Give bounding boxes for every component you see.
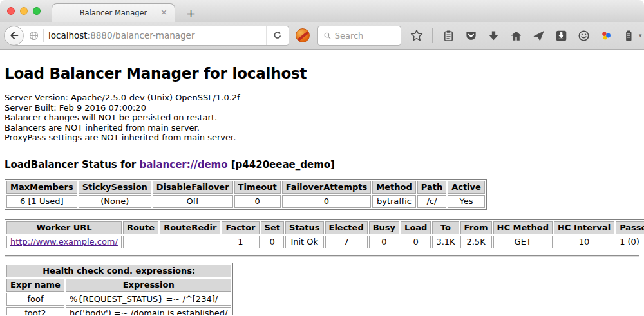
browser-window: Balancer Manager × + localhost:8880/bala…	[0, 0, 644, 316]
cell-expr-name: foof	[6, 293, 64, 306]
cell-method: bytraffic	[372, 195, 415, 208]
loadbalancer-status-heading: LoadBalancer Status for balancer://demo …	[5, 159, 639, 171]
globe-icon	[28, 30, 39, 41]
cell-expression: %{REQUEST_STATUS} =~ /^[234]/	[66, 293, 232, 306]
col-header: Expr name	[6, 279, 64, 292]
bookmark-star-button[interactable]	[410, 28, 424, 42]
col-header: FailoverAttempts	[282, 181, 372, 194]
col-header: Elected	[325, 221, 368, 234]
cell-failoverattempts: 0	[282, 195, 372, 208]
home-button[interactable]	[509, 28, 523, 42]
smiley-icon	[578, 30, 590, 42]
col-header: Route	[123, 221, 158, 234]
cell-from: 2.5K	[460, 236, 492, 248]
col-header: Factor	[222, 221, 259, 234]
cell-maxmembers: 6 [1 Used]	[6, 195, 77, 208]
download-arrow-icon	[488, 30, 500, 42]
minimize-window-button[interactable]	[20, 7, 28, 15]
cell-hc-method: GET	[493, 236, 553, 248]
fullscreen-window-button[interactable]	[33, 7, 41, 15]
table-header-row: Worker URL Route RouteRedir Factor Set S…	[6, 221, 644, 234]
col-header: HC Method	[493, 221, 553, 234]
close-tab-icon[interactable]: ×	[160, 8, 167, 16]
search-input[interactable]	[335, 31, 397, 41]
cell-timeout: 0	[234, 195, 281, 208]
send-tab-button[interactable]	[531, 28, 545, 42]
star-icon	[410, 29, 423, 42]
col-header: From	[460, 221, 492, 234]
cell-factor: 1	[222, 236, 259, 248]
bookmarks-menu-button[interactable]	[441, 28, 455, 42]
clipboard-icon	[442, 30, 455, 42]
pocket-button[interactable]	[464, 28, 478, 42]
worker-row: http://www.example.com/ 1 0 Init Ok 7 0 …	[6, 236, 644, 248]
cell-hc-interval: 10	[554, 236, 614, 248]
close-window-button[interactable]	[7, 7, 15, 15]
col-header: RouteRedir	[160, 221, 220, 234]
emoji-extension-button[interactable]	[576, 28, 591, 42]
col-header: Status	[285, 221, 324, 234]
cell-worker-url: http://www.example.com/	[6, 236, 122, 248]
cell-routeredir	[160, 236, 220, 248]
col-header: HC Interval	[554, 221, 614, 234]
search-icon	[323, 31, 332, 41]
back-arrow-icon	[8, 30, 20, 41]
new-tab-button[interactable]: +	[182, 8, 200, 19]
col-header: Active	[448, 181, 485, 194]
navigation-toolbar: localhost:8880/balancer-manager	[0, 22, 644, 50]
col-header: Timeout	[234, 181, 281, 194]
cell-route	[123, 236, 158, 248]
reload-button[interactable]	[266, 26, 289, 45]
urlbar-divider	[43, 29, 44, 42]
col-header: To	[432, 221, 459, 234]
box-download-icon	[555, 30, 567, 42]
persist-note-line: Balancer changes will NOT be persisted o…	[5, 113, 639, 123]
search-bar[interactable]	[317, 26, 401, 46]
block-extension-icon[interactable]	[296, 28, 310, 42]
toolbar-separator	[432, 28, 433, 43]
proxypass-note-line: ProxyPass settings are NOT inherited fro…	[5, 133, 639, 143]
cell-expression: hc('body') =~ /domain is established/	[66, 307, 232, 316]
url-text[interactable]: localhost:8880/balancer-manager	[48, 30, 266, 41]
table-title-row: Health check cond. expressions:	[6, 265, 231, 277]
balancers-note-line: Balancers are NOT inherited from main se…	[5, 123, 639, 133]
table-row: 6 [1 Used] (None) Off 0 0 bytraffic /c/ …	[6, 195, 485, 208]
col-header: Method	[372, 181, 415, 194]
tab-bar: Balancer Manager × +	[0, 0, 644, 22]
status-prefix: LoadBalancer Status for	[5, 159, 139, 171]
pocket-icon	[465, 30, 477, 42]
col-header: Worker URL	[6, 221, 122, 234]
url-path: :8880/balancer-manager	[88, 30, 195, 41]
table-header-row: Expr name Expression	[6, 279, 231, 292]
color-picker-extension-button[interactable]	[599, 28, 613, 42]
url-bar[interactable]: localhost:8880/balancer-manager	[14, 26, 289, 46]
color-dots-icon	[600, 30, 612, 42]
back-button[interactable]	[4, 26, 24, 46]
health-expr-row: foof2 hc('body') =~ /domain is establish…	[6, 307, 231, 316]
balancer-demo-link[interactable]: balancer://demo	[139, 159, 227, 171]
balancer-summary-table: MaxMembers StickySession DisableFailover…	[5, 179, 487, 210]
worker-url-link[interactable]: http://www.example.com/	[10, 237, 118, 246]
web-page-content: Load Balancer Manager for localhost Serv…	[0, 50, 644, 315]
cell-path: /c/	[417, 195, 446, 208]
worker-status-table: Worker URL Route RouteRedir Factor Set S…	[5, 219, 644, 250]
reload-icon	[272, 30, 283, 41]
server-built-line: Server Built: Feb 9 2016 07:00:20	[5, 103, 639, 113]
paper-plane-icon	[533, 30, 545, 42]
url-domain: localhost	[48, 30, 88, 41]
video-download-extension-button[interactable]	[554, 28, 568, 42]
cell-stickysession: (None)	[79, 195, 151, 208]
health-expr-row: foof %{REQUEST_STATUS} =~ /^[234]/	[6, 293, 231, 306]
notes-extension-button[interactable]	[621, 28, 636, 42]
tab-balancer-manager[interactable]: Balancer Manager ×	[52, 3, 175, 22]
status-suffix: [p4420eeae_demo]	[228, 159, 335, 171]
window-controls	[7, 7, 41, 15]
server-info: Server Version: Apache/2.5.0-dev (Unix) …	[5, 93, 639, 143]
cell-to: 3.1K	[432, 236, 459, 248]
health-check-table: Health check cond. expressions: Expr nam…	[5, 263, 233, 316]
downloads-button[interactable]	[486, 28, 500, 42]
toolbar-buttons: ▾	[410, 28, 644, 43]
overflow-caret-icon[interactable]: ▾	[639, 32, 642, 39]
separator-rule	[5, 255, 639, 257]
col-header: MaxMembers	[6, 181, 77, 194]
